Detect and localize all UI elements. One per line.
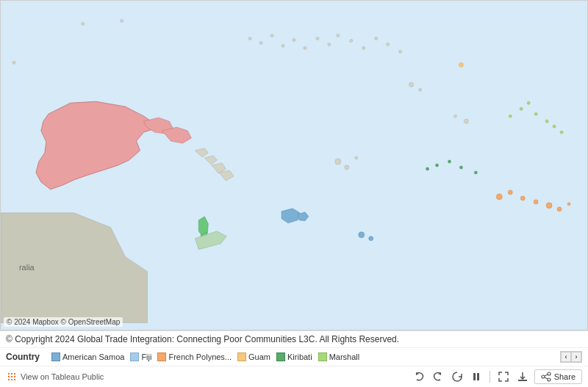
svg-point-20 <box>459 166 462 169</box>
svg-rect-56 <box>14 379 15 380</box>
main-container: ralia <box>0 0 588 387</box>
svg-point-32 <box>121 19 123 22</box>
svg-rect-51 <box>8 376 10 377</box>
share-label: Share <box>554 372 576 381</box>
svg-rect-60 <box>477 373 479 380</box>
svg-point-42 <box>337 34 340 37</box>
svg-line-66 <box>545 377 548 379</box>
legend-bar: Country American Samoa Fiji French Polyn… <box>0 348 588 366</box>
legend-swatch-french-polynesia <box>157 352 166 361</box>
legend-scroll-left-button[interactable]: ‹ <box>561 352 571 362</box>
download-icon <box>517 371 528 383</box>
toolbar: View on Tableau Public <box>0 366 588 387</box>
legend-swatch-fiji <box>130 352 139 361</box>
legend-swatch-guam <box>237 352 246 361</box>
legend-scroll-controls: ‹ › <box>560 351 582 363</box>
svg-rect-49 <box>11 373 12 375</box>
svg-point-3 <box>345 165 349 170</box>
svg-point-36 <box>270 34 273 37</box>
svg-point-44 <box>362 46 365 49</box>
pause-button[interactable] <box>469 369 484 384</box>
title-bar: © Copyright 2024 Global Trade Integratio… <box>0 331 588 348</box>
svg-point-18 <box>436 164 439 167</box>
svg-point-2 <box>335 159 341 164</box>
svg-point-25 <box>534 200 538 204</box>
svg-point-8 <box>464 119 468 123</box>
svg-point-47 <box>399 50 402 53</box>
undo-button[interactable] <box>412 369 426 384</box>
svg-point-38 <box>293 38 295 41</box>
svg-point-19 <box>448 160 451 163</box>
svg-point-46 <box>387 43 390 46</box>
legend-scroll-right-button[interactable]: › <box>571 352 581 362</box>
svg-point-12 <box>534 112 537 115</box>
legend-name-american-samoa: American Samoa <box>62 352 124 361</box>
toolbar-left: View on Tableau Public <box>6 371 104 383</box>
svg-point-17 <box>426 167 429 170</box>
fit-icon <box>498 371 509 383</box>
toolbar-divider <box>490 371 490 383</box>
svg-point-4 <box>355 156 358 159</box>
legend-name-kiribati: Kiribati <box>287 352 312 361</box>
svg-point-23 <box>508 190 512 195</box>
legend-item-fiji: Fiji <box>130 352 151 361</box>
tableau-icon <box>6 371 18 383</box>
legend-name-guam: Guam <box>248 352 270 361</box>
svg-point-26 <box>546 203 552 209</box>
svg-line-65 <box>545 375 548 376</box>
download-button[interactable] <box>515 369 530 384</box>
svg-point-28 <box>567 203 570 206</box>
svg-point-24 <box>520 196 525 200</box>
svg-point-7 <box>453 115 456 117</box>
legend-item-american-samoa: American Samoa <box>51 352 124 361</box>
svg-point-41 <box>328 43 331 46</box>
svg-rect-55 <box>11 379 12 380</box>
svg-text:ralia: ralia <box>19 263 35 272</box>
svg-point-62 <box>548 372 551 375</box>
legend-item-marshall: Marshall <box>318 352 360 361</box>
pause-icon <box>470 371 482 383</box>
svg-point-31 <box>82 22 85 25</box>
svg-point-43 <box>350 39 353 42</box>
svg-rect-48 <box>8 373 10 375</box>
redo-icon <box>432 371 444 383</box>
svg-point-40 <box>316 37 319 40</box>
svg-rect-53 <box>14 376 15 377</box>
svg-point-15 <box>560 131 563 134</box>
reset-button[interactable] <box>450 369 465 384</box>
svg-point-16 <box>459 62 463 67</box>
svg-point-21 <box>474 171 477 174</box>
redo-button[interactable] <box>431 369 445 384</box>
legend-swatch-marshall <box>318 352 327 361</box>
svg-point-11 <box>527 101 530 104</box>
svg-point-13 <box>545 120 548 123</box>
svg-point-34 <box>248 37 251 40</box>
footer: © Copyright 2024 Global Trade Integratio… <box>0 330 588 387</box>
svg-point-63 <box>542 375 545 378</box>
share-icon <box>541 372 551 382</box>
svg-point-27 <box>557 207 562 211</box>
svg-point-33 <box>12 61 15 64</box>
map-svg: ralia <box>1 1 587 330</box>
view-tableau-label: View on Tableau Public <box>21 372 104 381</box>
toolbar-right: Share <box>412 369 582 384</box>
svg-rect-61 <box>518 380 527 381</box>
svg-point-10 <box>520 107 523 110</box>
view-tableau-button[interactable]: View on Tableau Public <box>6 371 104 383</box>
svg-point-22 <box>496 194 502 200</box>
svg-point-5 <box>409 82 414 87</box>
svg-rect-50 <box>14 373 15 375</box>
svg-point-45 <box>375 37 378 40</box>
legend-swatch-kiribati <box>276 352 285 361</box>
legend-name-french-polynesia: French Polynes... <box>168 352 232 361</box>
fit-button[interactable] <box>496 369 511 384</box>
share-button[interactable]: Share <box>534 369 582 384</box>
legend-item-french-polynesia: French Polynes... <box>157 352 232 361</box>
svg-rect-59 <box>473 373 476 380</box>
legend-swatch-american-samoa <box>51 352 60 361</box>
map-area[interactable]: ralia <box>0 0 588 330</box>
legend-item-kiribati: Kiribati <box>276 352 312 361</box>
legend-name-marshall: Marshall <box>329 352 360 361</box>
svg-point-64 <box>548 378 551 381</box>
svg-point-39 <box>304 46 306 49</box>
